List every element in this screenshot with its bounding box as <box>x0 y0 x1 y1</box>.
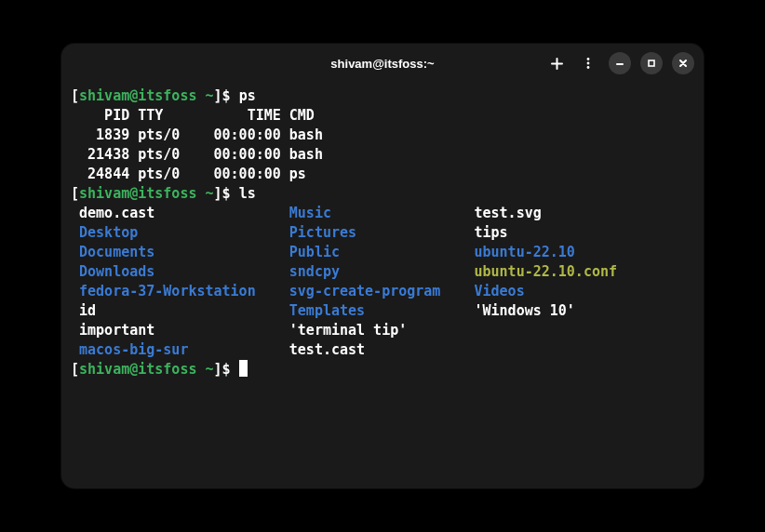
terminal-window: shivam@itsfoss:~ [shivam@itsfoss ~]$ ps … <box>61 44 704 488</box>
titlebar: shivam@itsfoss:~ <box>61 44 704 83</box>
terminal-body[interactable]: [shivam@itsfoss ~]$ ps PID TTY TIME CMD … <box>61 83 704 383</box>
svg-point-1 <box>587 62 590 65</box>
plus-icon <box>550 57 564 71</box>
minimize-button[interactable] <box>609 52 631 74</box>
new-tab-button[interactable] <box>545 52 568 74</box>
svg-point-0 <box>587 58 590 60</box>
svg-point-2 <box>587 66 590 69</box>
close-icon <box>678 58 689 69</box>
menu-button[interactable] <box>577 52 599 74</box>
kebab-icon <box>582 57 595 70</box>
svg-rect-3 <box>649 60 654 66</box>
minimize-icon <box>614 58 625 69</box>
maximize-icon <box>646 58 657 69</box>
close-button[interactable] <box>672 52 694 74</box>
maximize-button[interactable] <box>640 52 663 74</box>
titlebar-controls <box>545 52 694 74</box>
cursor <box>239 360 248 377</box>
